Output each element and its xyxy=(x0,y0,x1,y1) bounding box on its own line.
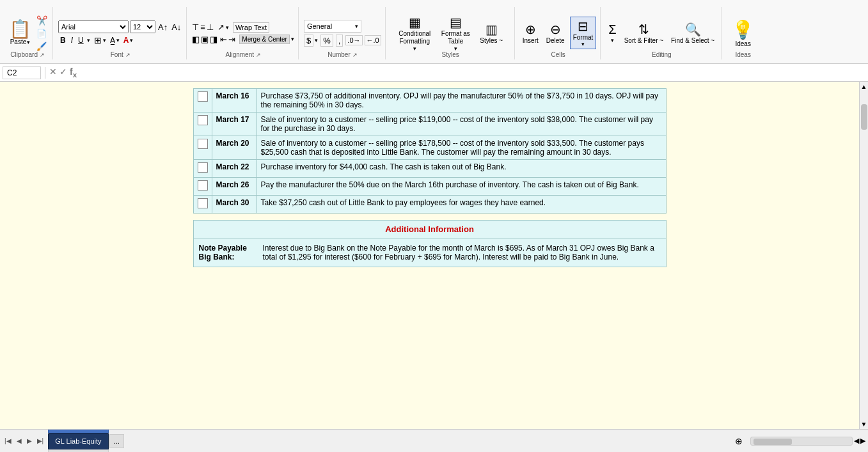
format-button[interactable]: ⊟ Format ▾ xyxy=(570,17,597,49)
merge-dropdown[interactable]: ▾ xyxy=(291,36,294,42)
format-as-table-button[interactable]: ▤ Format as Table ▾ xyxy=(436,13,475,53)
scroll-right-button[interactable]: ▶ xyxy=(860,437,865,445)
insert-function-icon[interactable]: fx xyxy=(70,66,77,79)
font-color-dropdown[interactable]: ▾ xyxy=(130,37,133,43)
last-tab-button[interactable]: ▶| xyxy=(35,436,46,446)
find-icon: 🔍 xyxy=(685,22,701,37)
note-content: Interest due to Big Bank on the Note Pay… xyxy=(263,244,661,261)
next-tab-button[interactable]: ▶ xyxy=(25,436,34,446)
more-tabs-button[interactable]: ... xyxy=(109,434,124,448)
sum-button[interactable]: Σ ▾ xyxy=(606,21,619,45)
sort-filter-button[interactable]: ⇅ Sort & Filter ~ xyxy=(622,20,666,46)
sheet-tab-gl-assets[interactable]: GL Assets xyxy=(48,429,108,433)
formula-input[interactable] xyxy=(79,67,865,79)
merge-center-button[interactable]: Merge & Center xyxy=(239,35,290,44)
delete-button[interactable]: ⊖ Delete xyxy=(544,20,567,45)
cut-button[interactable]: ✂️ xyxy=(35,15,49,26)
align-bottom-icon[interactable]: ⊥ xyxy=(207,22,214,32)
ideas-label: Ideas xyxy=(735,40,750,47)
cells-label: Cells xyxy=(516,51,601,58)
decrease-indent-icon[interactable]: ⇤ xyxy=(220,35,227,44)
bold-button[interactable]: B xyxy=(58,35,68,45)
entry-checkbox[interactable] xyxy=(198,115,208,125)
increase-decimal-button[interactable]: ←.0 xyxy=(365,35,381,45)
border-button[interactable]: ⊞ xyxy=(94,35,102,45)
find-select-button[interactable]: 🔍 Find & Select ~ xyxy=(668,20,717,46)
scroll-left-button[interactable]: ◀ xyxy=(854,437,859,445)
additional-info-header: Additional Information xyxy=(194,221,666,238)
entry-checkbox[interactable] xyxy=(198,180,208,191)
paste-dropdown-icon[interactable]: ▾ xyxy=(27,39,30,45)
font-grow-icon[interactable]: A↑ xyxy=(157,22,169,33)
confirm-formula-icon[interactable]: ✓ xyxy=(59,66,67,79)
ideas-icon: 💡 xyxy=(732,19,754,40)
vertical-scrollbar[interactable]: ▲ ▼ xyxy=(859,82,868,429)
insert-icon: ⊕ xyxy=(525,22,536,37)
decrease-decimal-button[interactable]: .0→ xyxy=(345,35,362,45)
conditional-formatting-label: Conditional Formatting xyxy=(398,30,431,45)
copy-button[interactable]: 📄 xyxy=(35,28,49,39)
horizontal-scrollbar[interactable] xyxy=(750,437,853,446)
worksheet-content: March 16 Purchase $73,750 of additional … xyxy=(0,82,859,429)
align-middle-icon[interactable]: ≡ xyxy=(200,22,205,32)
sheet-tabs-bar: |◀ ◀ ▶ ▶| DirectionsTransChart AcctsJour… xyxy=(0,429,868,452)
sheet-tab-gl-rev-exp[interactable]: GL Rev-Exp xyxy=(48,449,108,453)
checkbox-cell xyxy=(193,160,212,178)
font-family-select[interactable]: Arial xyxy=(58,20,129,33)
italic-button[interactable]: I xyxy=(69,35,75,45)
editing-group: Σ ▾ ⇅ Sort & Filter ~ 🔍 Find & Select ~ … xyxy=(602,7,722,59)
align-center-icon[interactable]: ▣ xyxy=(201,35,209,44)
align-left-icon[interactable]: ◧ xyxy=(192,35,200,44)
cell-reference-input[interactable]: C2 xyxy=(3,66,41,79)
entry-checkbox[interactable] xyxy=(198,198,208,208)
increase-indent-icon[interactable]: ⇥ xyxy=(228,35,235,44)
paste-button[interactable]: 📋 Paste ▾ xyxy=(6,19,34,47)
cancel-formula-icon[interactable]: ✕ xyxy=(49,66,57,79)
font-color-button[interactable]: A xyxy=(123,36,129,45)
first-tab-button[interactable]: |◀ xyxy=(3,436,13,446)
table-row: March 30 Take $37,250 cash out of Little… xyxy=(193,196,666,214)
wrap-text-button[interactable]: Wrap Text xyxy=(233,22,269,33)
underline-dropdown[interactable]: ▾ xyxy=(87,37,90,43)
fill-dropdown[interactable]: ▾ xyxy=(116,37,120,43)
delete-icon: ⊖ xyxy=(550,22,561,37)
align-top-icon[interactable]: ⊤ xyxy=(192,22,199,32)
scrollbar-thumb[interactable] xyxy=(861,104,867,130)
sheet-tabs-container: DirectionsTransChart AcctsJournalGL Asse… xyxy=(48,429,109,452)
entry-checkbox[interactable] xyxy=(198,91,208,102)
cells-group: ⊕ Insert ⊖ Delete ⊟ Format ▾ Cells xyxy=(516,7,601,59)
font-shrink-icon[interactable]: A↓ xyxy=(170,22,182,33)
description-cell: Purchase inventory for $44,000 cash. The… xyxy=(256,160,666,178)
number-format-select[interactable]: General ▾ xyxy=(304,20,361,33)
insert-button[interactable]: ⊕ Insert xyxy=(520,20,541,45)
font-size-select[interactable]: 12 xyxy=(130,20,155,33)
border-dropdown[interactable]: ▾ xyxy=(103,37,106,43)
styles-label: Styles xyxy=(387,51,514,58)
conditional-formatting-button[interactable]: ▦ Conditional Formatting ▾ xyxy=(395,13,434,53)
comma-button[interactable]: , xyxy=(336,35,343,47)
prev-tab-button[interactable]: ◀ xyxy=(15,436,24,446)
currency-dropdown[interactable]: ▾ xyxy=(315,37,318,43)
entry-checkbox[interactable] xyxy=(198,162,208,173)
description-cell: Take $37,250 cash out of Little Bank to … xyxy=(256,196,666,214)
percent-button[interactable]: % xyxy=(320,35,333,47)
ideas-button[interactable]: 💡 Ideas xyxy=(727,17,759,50)
format-painter-button[interactable]: 🖌️ xyxy=(35,41,49,52)
format-dropdown[interactable]: ▾ xyxy=(581,41,585,47)
clipboard-label: Clipboard ↗ xyxy=(3,51,52,58)
text-rotate-dropdown[interactable]: ▾ xyxy=(226,24,229,31)
sheet-tab-gl-liab-equity[interactable]: GL Liab-Equity xyxy=(48,433,108,449)
text-rotate-icon[interactable]: ↗ xyxy=(217,22,225,32)
horiz-scrollbar-thumb[interactable] xyxy=(754,439,792,445)
table-row: March 20 Sale of inventory to a customer… xyxy=(193,136,666,160)
font-label: Font ↗ xyxy=(54,51,186,58)
sum-dropdown[interactable]: ▾ xyxy=(611,37,614,43)
currency-button[interactable]: $ xyxy=(304,35,313,47)
fill-color-button[interactable]: A̲ xyxy=(110,36,115,45)
description-cell: Purchase $73,750 of additional inventory… xyxy=(256,89,666,113)
underline-button[interactable]: U xyxy=(76,35,86,45)
entry-checkbox[interactable] xyxy=(198,139,208,149)
cell-styles-button[interactable]: ▥ Styles ~ xyxy=(477,20,505,46)
align-right-icon[interactable]: ◨ xyxy=(210,35,217,44)
add-sheet-button[interactable]: ⊕ xyxy=(731,436,746,446)
